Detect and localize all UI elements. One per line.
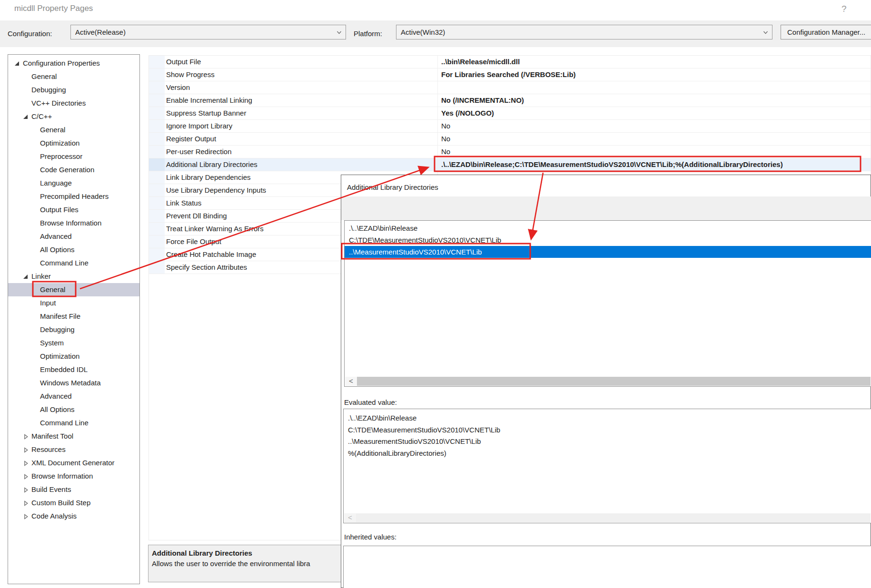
sidebar-item-browse-information[interactable]: Browse Information: [8, 216, 139, 230]
sidebar-item-build-events[interactable]: Build Events: [8, 483, 139, 496]
sidebar-item-general[interactable]: General: [8, 283, 139, 296]
directory-list[interactable]: .\..\EZAD\bin\ReleaseC:\TDE\MeasurementS…: [344, 220, 871, 387]
platform-dropdown[interactable]: Active(Win32): [396, 25, 772, 39]
property-value[interactable]: .\..\EZAD\bin\Release;C:\TDE\Measurement…: [437, 158, 871, 171]
expanded-triangle-icon[interactable]: [23, 270, 31, 283]
sidebar-item-precompiled-headers[interactable]: Precompiled Headers: [8, 190, 139, 203]
directory-list-item[interactable]: .\..\EZAD\bin\Release: [345, 222, 871, 234]
tree-item-label: Preprocessor: [40, 150, 82, 163]
configuration-manager-button[interactable]: Configuration Manager...: [781, 25, 871, 39]
help-icon[interactable]: ?: [841, 4, 847, 14]
tree-item-label: Browse Information: [40, 216, 101, 230]
directory-list-item[interactable]: C:\TDE\MeasurementStudioVS2010\VCNET\Lib: [345, 234, 871, 246]
sidebar-item-windows-metadata[interactable]: Windows Metadata: [8, 376, 139, 390]
property-label: Treat Linker Warning As Errors: [166, 223, 264, 235]
sidebar-item-manifest-tool[interactable]: Manifest Tool: [8, 430, 139, 443]
sidebar-item-general[interactable]: General: [8, 123, 139, 137]
property-label: Suppress Startup Banner: [166, 107, 246, 120]
sidebar-item-browse-information[interactable]: Browse Information: [8, 470, 139, 483]
sidebar-item-command-line[interactable]: Command Line: [8, 256, 139, 270]
sidebar-item-general[interactable]: General: [8, 70, 139, 83]
sidebar-item-manifest-file[interactable]: Manifest File: [8, 310, 139, 323]
sidebar-item-preprocessor[interactable]: Preprocessor: [8, 150, 139, 163]
property-value[interactable]: For Libraries Searched (/VERBOSE:Lib): [437, 69, 871, 81]
tree-item-label: XML Document Generator: [31, 456, 115, 470]
tree-item-label: Custom Build Step: [31, 496, 90, 510]
property-value[interactable]: No (/INCREMENTAL:NO): [437, 94, 871, 107]
property-label: Version: [166, 81, 190, 94]
property-row-additional-library-directories[interactable]: Additional Library Directories.\..\EZAD\…: [149, 158, 871, 171]
sidebar-item-input[interactable]: Input: [8, 296, 139, 310]
sidebar-item-advanced[interactable]: Advanced: [8, 390, 139, 403]
property-row-per-user-redirection[interactable]: Per-user RedirectionNo: [149, 146, 871, 158]
collapsed-triangle-icon[interactable]: [23, 473, 31, 480]
property-value[interactable]: No: [437, 133, 871, 146]
sidebar-item-xml-document-generator[interactable]: XML Document Generator: [8, 456, 139, 470]
tree-item-label: Input: [40, 296, 56, 310]
collapsed-triangle-icon[interactable]: [23, 447, 31, 453]
collapsed-triangle-icon[interactable]: [23, 460, 31, 466]
sidebar-item-linker[interactable]: Linker: [8, 270, 139, 283]
property-row-enable-incremental-linking[interactable]: Enable Incremental LinkingNo (/INCREMENT…: [149, 94, 871, 107]
sidebar-item-command-line[interactable]: Command Line: [8, 416, 139, 430]
directory-list-item[interactable]: ..\MeasurementStudioVS2010\VCNET\Lib: [345, 246, 871, 258]
row-gutter: [149, 81, 165, 94]
property-row-register-output[interactable]: Register OutputNo: [149, 133, 871, 146]
property-row-ignore-import-library[interactable]: Ignore Import LibraryNo: [149, 120, 871, 133]
evaluated-value-box[interactable]: .\..\EZAD\bin\ReleaseC:\TDE\MeasurementS…: [343, 409, 871, 523]
scroll-left-icon[interactable]: <: [345, 377, 357, 386]
sidebar-item-configuration-properties[interactable]: Configuration Properties: [8, 57, 139, 70]
collapsed-triangle-icon[interactable]: [23, 433, 31, 440]
sidebar-item-system[interactable]: System: [8, 336, 139, 350]
tree-item-label: Manifest Tool: [31, 430, 73, 443]
sidebar-item-vc-directories[interactable]: VC++ Directories: [8, 97, 139, 110]
property-label: Specify Section Attributes: [166, 261, 247, 274]
expanded-triangle-icon[interactable]: [23, 110, 31, 123]
property-value[interactable]: No: [437, 120, 871, 133]
sidebar-item-code-generation[interactable]: Code Generation: [8, 163, 139, 176]
sidebar-item-advanced[interactable]: Advanced: [8, 230, 139, 243]
property-value[interactable]: No: [437, 146, 871, 158]
horizontal-scrollbar[interactable]: <: [345, 377, 871, 386]
sidebar-item-output-files[interactable]: Output Files: [8, 203, 139, 216]
sidebar-item-all-options[interactable]: All Options: [8, 243, 139, 256]
tree-item-label: Debugging: [31, 83, 66, 97]
additional-library-directories-dialog: Additional Library Directories .\..\EZAD…: [341, 175, 871, 588]
collapsed-triangle-icon[interactable]: [23, 487, 31, 493]
horizontal-scrollbar[interactable]: <: [344, 513, 871, 522]
sidebar-item-c-c[interactable]: C/C++: [8, 110, 139, 123]
property-row-show-progress[interactable]: Show ProgressFor Libraries Searched (/VE…: [149, 69, 871, 81]
scrollbar-track[interactable]: [356, 513, 871, 522]
collapsed-triangle-icon[interactable]: [23, 513, 31, 519]
inherited-values-box[interactable]: [343, 546, 871, 588]
sidebar-item-optimization[interactable]: Optimization: [8, 137, 139, 150]
property-value[interactable]: [437, 81, 871, 94]
window-title: micdll Property Pages: [14, 4, 93, 13]
sidebar-item-optimization[interactable]: Optimization: [8, 350, 139, 363]
sidebar-item-all-options[interactable]: All Options: [8, 403, 139, 416]
sidebar-item-resources[interactable]: Resources: [8, 443, 139, 456]
scrollbar-track[interactable]: [357, 377, 871, 386]
scroll-left-icon[interactable]: <: [344, 513, 356, 522]
tree-item-label: Code Generation: [40, 163, 94, 176]
sidebar-item-embedded-idl[interactable]: Embedded IDL: [8, 363, 139, 376]
property-label: Per-user Redirection: [166, 146, 232, 158]
property-label: Register Output: [166, 133, 216, 146]
configuration-dropdown[interactable]: Active(Release): [70, 25, 346, 39]
expanded-triangle-icon[interactable]: [15, 57, 23, 70]
property-value[interactable]: Yes (/NOLOGO): [437, 107, 871, 120]
collapsed-triangle-icon[interactable]: [23, 500, 31, 506]
row-gutter: [149, 120, 165, 132]
property-row-output-file[interactable]: Output File..\bin\Release/micdll.dll: [149, 56, 871, 69]
tree-item-label: Configuration Properties: [23, 57, 100, 70]
sidebar-item-code-analysis[interactable]: Code Analysis: [8, 510, 139, 523]
property-row-suppress-startup-banner[interactable]: Suppress Startup BannerYes (/NOLOGO): [149, 107, 871, 120]
sidebar-item-custom-build-step[interactable]: Custom Build Step: [8, 496, 139, 510]
dialog-title: Additional Library Directories: [347, 183, 438, 191]
tree-item-label: All Options: [40, 243, 75, 256]
sidebar-item-language[interactable]: Language: [8, 176, 139, 190]
property-value[interactable]: ..\bin\Release/micdll.dll: [437, 56, 871, 69]
property-row-version[interactable]: Version: [149, 81, 871, 94]
sidebar-item-debugging[interactable]: Debugging: [8, 323, 139, 336]
sidebar-item-debugging[interactable]: Debugging: [8, 83, 139, 97]
